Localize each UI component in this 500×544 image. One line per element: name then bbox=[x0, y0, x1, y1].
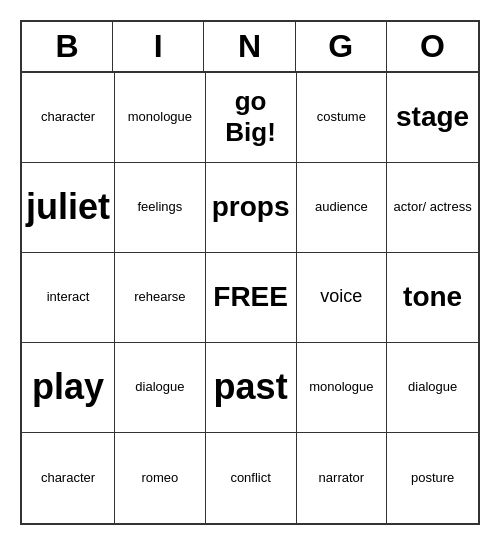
bingo-cell-7: props bbox=[206, 163, 297, 253]
bingo-cell-text-18: monologue bbox=[309, 379, 373, 395]
bingo-cell-11: rehearse bbox=[115, 253, 206, 343]
bingo-cell-text-4: stage bbox=[396, 100, 469, 134]
bingo-cell-15: play bbox=[22, 343, 115, 433]
bingo-cell-text-15: play bbox=[32, 365, 104, 408]
bingo-cell-23: narrator bbox=[297, 433, 388, 523]
bingo-cell-17: past bbox=[206, 343, 297, 433]
bingo-cell-4: stage bbox=[387, 73, 478, 163]
bingo-cell-text-2: go Big! bbox=[210, 86, 292, 148]
bingo-cell-21: romeo bbox=[115, 433, 206, 523]
header-letter-g: G bbox=[296, 22, 387, 71]
bingo-cell-14: tone bbox=[387, 253, 478, 343]
bingo-header: BINGO bbox=[22, 22, 478, 73]
bingo-grid: charactermonologuego Big!costumestagejul… bbox=[22, 73, 478, 523]
header-letter-i: I bbox=[113, 22, 204, 71]
bingo-cell-6: feelings bbox=[115, 163, 206, 253]
bingo-cell-16: dialogue bbox=[115, 343, 206, 433]
bingo-cell-text-23: narrator bbox=[319, 470, 365, 486]
bingo-cell-2: go Big! bbox=[206, 73, 297, 163]
bingo-cell-20: character bbox=[22, 433, 115, 523]
bingo-cell-text-0: character bbox=[41, 109, 95, 125]
bingo-cell-text-9: actor/ actress bbox=[394, 199, 472, 215]
header-letter-n: N bbox=[204, 22, 295, 71]
bingo-cell-text-17: past bbox=[214, 365, 288, 408]
bingo-cell-text-13: voice bbox=[320, 286, 362, 308]
bingo-cell-text-16: dialogue bbox=[135, 379, 184, 395]
bingo-cell-text-22: conflict bbox=[230, 470, 270, 486]
bingo-cell-13: voice bbox=[297, 253, 388, 343]
bingo-cell-text-1: monologue bbox=[128, 109, 192, 125]
bingo-cell-3: costume bbox=[297, 73, 388, 163]
bingo-cell-8: audience bbox=[297, 163, 388, 253]
bingo-cell-0: character bbox=[22, 73, 115, 163]
bingo-cell-text-24: posture bbox=[411, 470, 454, 486]
bingo-cell-text-20: character bbox=[41, 470, 95, 486]
bingo-cell-text-14: tone bbox=[403, 280, 462, 314]
bingo-cell-text-12: FREE bbox=[213, 280, 288, 314]
header-letter-b: B bbox=[22, 22, 113, 71]
bingo-cell-text-11: rehearse bbox=[134, 289, 185, 305]
bingo-cell-22: conflict bbox=[206, 433, 297, 523]
bingo-cell-text-8: audience bbox=[315, 199, 368, 215]
bingo-cell-text-10: interact bbox=[47, 289, 90, 305]
bingo-cell-text-3: costume bbox=[317, 109, 366, 125]
bingo-cell-text-19: dialogue bbox=[408, 379, 457, 395]
bingo-cell-text-7: props bbox=[212, 190, 290, 224]
bingo-cell-18: monologue bbox=[297, 343, 388, 433]
bingo-cell-24: posture bbox=[387, 433, 478, 523]
bingo-cell-text-6: feelings bbox=[137, 199, 182, 215]
bingo-cell-5: juliet bbox=[22, 163, 115, 253]
bingo-cell-12: FREE bbox=[206, 253, 297, 343]
bingo-cell-10: interact bbox=[22, 253, 115, 343]
bingo-cell-1: monologue bbox=[115, 73, 206, 163]
bingo-cell-text-21: romeo bbox=[141, 470, 178, 486]
header-letter-o: O bbox=[387, 22, 478, 71]
bingo-cell-text-5: juliet bbox=[26, 185, 110, 228]
bingo-cell-19: dialogue bbox=[387, 343, 478, 433]
bingo-cell-9: actor/ actress bbox=[387, 163, 478, 253]
bingo-card: BINGO charactermonologuego Big!costumest… bbox=[20, 20, 480, 525]
